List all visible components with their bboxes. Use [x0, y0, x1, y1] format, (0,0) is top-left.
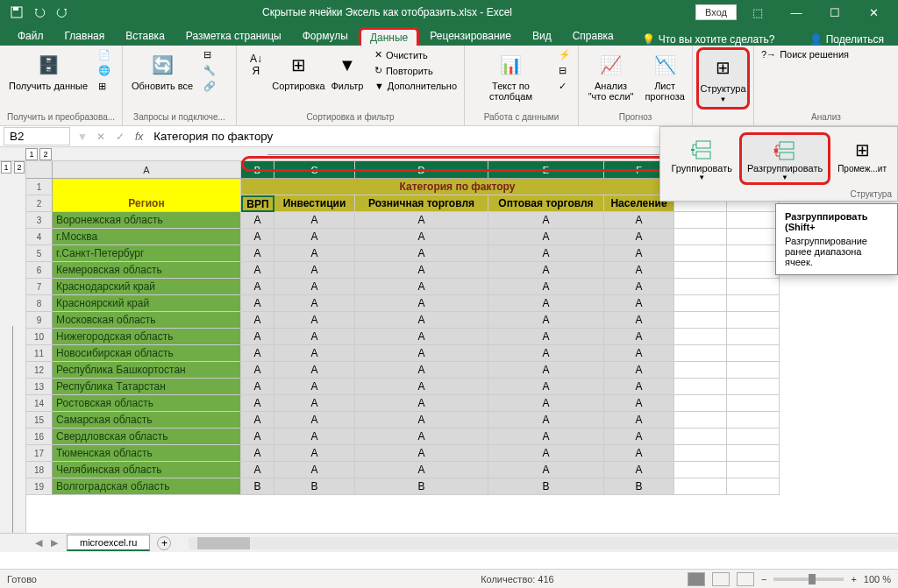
sort-az-button[interactable]: A↓Я: [240, 47, 272, 82]
data-cell[interactable]: A: [274, 312, 355, 329]
col-header-B[interactable]: B: [241, 161, 274, 178]
confirm-icon[interactable]: ✓: [110, 131, 130, 143]
region-cell[interactable]: Нижегородская область: [53, 329, 241, 345]
data-cell[interactable]: A: [355, 412, 488, 429]
region-cell[interactable]: Новосибирская область: [53, 345, 241, 362]
cell[interactable]: [727, 445, 780, 462]
row-header[interactable]: 7: [26, 279, 53, 295]
col-outline-level-2[interactable]: 2: [39, 148, 52, 160]
data-cell[interactable]: A: [488, 329, 604, 345]
tab-formulas[interactable]: Формулы: [292, 26, 359, 46]
region-cell[interactable]: Красноярский край: [53, 295, 241, 312]
data-cell[interactable]: A: [355, 262, 488, 279]
col-header-cell[interactable]: Оптовая торговля: [488, 195, 604, 212]
data-cell[interactable]: A: [604, 329, 674, 345]
row-header[interactable]: 3: [26, 212, 53, 229]
tell-me-search[interactable]: 💡 Что вы хотите сделать?: [642, 33, 775, 46]
data-cell[interactable]: A: [274, 429, 355, 445]
data-cell[interactable]: A: [604, 395, 674, 412]
region-cell[interactable]: г.Санкт-Петербург: [53, 245, 241, 262]
data-cell[interactable]: A: [355, 429, 488, 445]
name-box[interactable]: [4, 127, 70, 145]
cell[interactable]: [727, 262, 780, 279]
row-header[interactable]: 14: [26, 395, 53, 412]
solver-button[interactable]: ?→ Поиск решения: [758, 47, 852, 61]
cell[interactable]: [727, 312, 780, 329]
data-cell[interactable]: A: [241, 429, 274, 445]
advanced-filter-button[interactable]: ▼ Дополнительно: [371, 79, 460, 93]
undo-icon[interactable]: [30, 3, 49, 22]
cell[interactable]: [674, 245, 727, 262]
data-cell[interactable]: A: [355, 345, 488, 362]
data-cell[interactable]: A: [604, 212, 674, 229]
region-cell[interactable]: Самарская область: [53, 412, 241, 429]
maximize-button[interactable]: ☐: [817, 0, 852, 25]
data-cell[interactable]: A: [241, 462, 274, 478]
from-web-icon[interactable]: 🌐: [95, 63, 114, 78]
region-cell[interactable]: Московская область: [53, 312, 241, 329]
region-cell[interactable]: Кемеровская область: [53, 262, 241, 279]
region-cell[interactable]: Тюменская область: [53, 445, 241, 462]
data-cell[interactable]: B: [355, 478, 488, 495]
get-data-button[interactable]: 🗄️ Получить данные: [4, 47, 93, 95]
cell[interactable]: [674, 312, 727, 329]
data-cell[interactable]: A: [604, 312, 674, 329]
cell[interactable]: [674, 412, 727, 429]
data-cell[interactable]: B: [241, 478, 274, 495]
cell[interactable]: [727, 429, 780, 445]
col-outline-level-1[interactable]: 1: [25, 148, 38, 160]
col-header-cell[interactable]: ВРП: [241, 195, 274, 212]
data-cell[interactable]: A: [274, 295, 355, 312]
data-cell[interactable]: A: [488, 279, 604, 295]
tab-page-layout[interactable]: Разметка страницы: [175, 26, 292, 46]
row-header[interactable]: 16: [26, 429, 53, 445]
data-cell[interactable]: A: [604, 229, 674, 245]
row-header[interactable]: 15: [26, 412, 53, 429]
horizontal-scrollbar[interactable]: [189, 537, 898, 549]
data-cell[interactable]: A: [604, 279, 674, 295]
minimize-button[interactable]: —: [779, 0, 814, 25]
text-to-columns-button[interactable]: 📊 Текст по столбцам: [468, 47, 553, 105]
data-cell[interactable]: A: [241, 312, 274, 329]
cell[interactable]: [727, 395, 780, 412]
data-cell[interactable]: A: [274, 329, 355, 345]
data-cell[interactable]: A: [355, 395, 488, 412]
cell[interactable]: [727, 379, 780, 395]
col-header-E[interactable]: E: [488, 161, 604, 178]
data-cell[interactable]: B: [488, 478, 604, 495]
data-cell[interactable]: A: [604, 245, 674, 262]
fx-button[interactable]: fx: [130, 131, 148, 143]
col-header-D[interactable]: D: [355, 161, 488, 178]
sheet-nav-next-icon[interactable]: ▶: [51, 537, 58, 549]
data-cell[interactable]: A: [274, 212, 355, 229]
col-header-cell[interactable]: Инвестиции: [274, 195, 355, 212]
data-cell[interactable]: A: [355, 445, 488, 462]
group-button[interactable]: Группировать ▼: [666, 132, 738, 185]
region-cell[interactable]: Краснодарский край: [53, 279, 241, 295]
zoom-out-button[interactable]: −: [761, 574, 766, 584]
row-header[interactable]: 12: [26, 362, 53, 379]
remove-dup-icon[interactable]: ⊟: [555, 63, 574, 78]
data-cell[interactable]: A: [274, 379, 355, 395]
page-break-button[interactable]: [737, 572, 754, 586]
data-cell[interactable]: A: [488, 412, 604, 429]
data-cell[interactable]: A: [274, 412, 355, 429]
cell[interactable]: [674, 445, 727, 462]
clear-filter-button[interactable]: ✕ Очистить: [371, 47, 460, 62]
region-cell[interactable]: Республика Башкортостан: [53, 362, 241, 379]
row-header[interactable]: 1: [26, 179, 53, 195]
data-cell[interactable]: A: [274, 462, 355, 478]
select-all-corner[interactable]: [26, 161, 53, 178]
data-cell[interactable]: A: [488, 212, 604, 229]
data-cell[interactable]: A: [604, 412, 674, 429]
data-cell[interactable]: A: [604, 462, 674, 478]
row-header[interactable]: 4: [26, 229, 53, 245]
filter-button[interactable]: ▼ Фильтр: [325, 47, 369, 95]
data-cell[interactable]: A: [488, 312, 604, 329]
data-cell[interactable]: A: [355, 312, 488, 329]
data-cell[interactable]: A: [355, 462, 488, 478]
cell[interactable]: [674, 279, 727, 295]
forecast-sheet-button[interactable]: 📉 Лист прогноза: [641, 47, 688, 105]
data-cell[interactable]: A: [274, 395, 355, 412]
data-cell[interactable]: A: [604, 262, 674, 279]
